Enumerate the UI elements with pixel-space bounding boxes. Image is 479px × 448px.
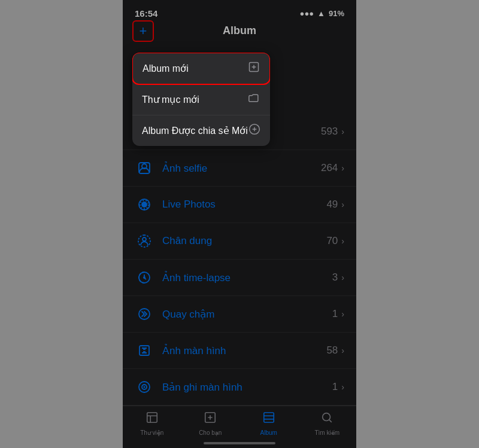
dropdown-label-thu-muc-moi: Thư mục mới [142, 94, 199, 105]
dropdown-label-shared-album: Album Được chia sẻ Mới [142, 125, 248, 136]
dropdown-item-shared-album[interactable]: Album Được chia sẻ Mới [132, 115, 270, 146]
dropdown-item-thu-muc-moi[interactable]: Thư mục mới [132, 84, 270, 115]
dropdown-menu: Album mới Thư mục mới Album Được chia sẻ… [132, 53, 270, 146]
thu-muc-moi-icon [248, 92, 260, 107]
dropdown-label-album-moi: Album mới [143, 63, 189, 74]
album-moi-icon [248, 61, 260, 76]
shared-album-icon [248, 123, 260, 138]
dropdown-item-album-moi[interactable]: Album mới [132, 53, 270, 85]
